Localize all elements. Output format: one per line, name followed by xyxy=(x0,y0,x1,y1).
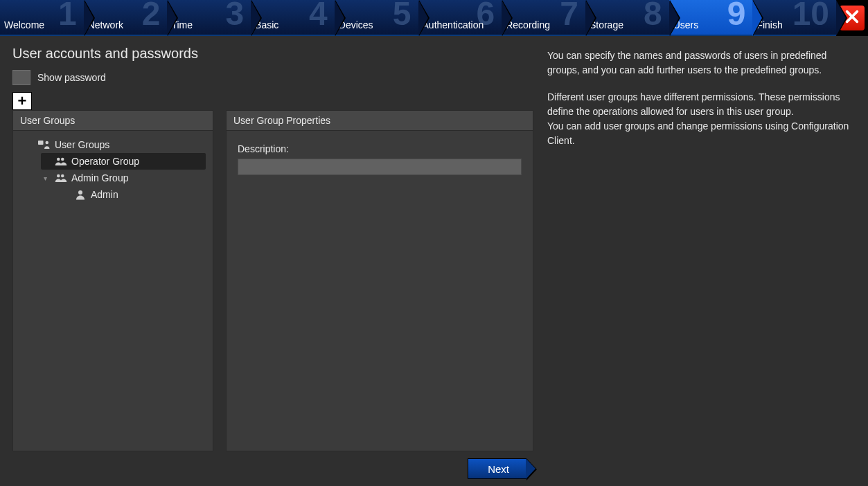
page-title: User accounts and passwords xyxy=(12,46,533,62)
step-storage[interactable]: 8 Storage xyxy=(585,0,669,35)
help-paragraph-2: Different user groups have different per… xyxy=(547,90,853,148)
step-users[interactable]: 9 Users xyxy=(669,0,753,35)
next-button-row: Next xyxy=(12,458,533,479)
step-devices[interactable]: 5 Devices xyxy=(335,0,418,35)
users-root-icon xyxy=(38,139,51,150)
step-authentication[interactable]: 6 Authentication xyxy=(418,0,502,35)
step-number: 8 xyxy=(644,0,662,32)
add-user-button[interactable]: + xyxy=(12,92,32,110)
tree-label: Admin xyxy=(91,189,118,200)
svg-point-2 xyxy=(57,158,60,161)
step-number: 2 xyxy=(142,0,161,32)
tree-label: User Groups xyxy=(55,139,109,150)
svg-point-3 xyxy=(61,158,64,161)
svg-rect-0 xyxy=(38,141,44,145)
show-password-label: Show password xyxy=(37,72,106,83)
step-number: 10 xyxy=(792,0,829,32)
tree-operator-group[interactable]: Operator Group xyxy=(41,153,206,170)
svg-point-4 xyxy=(57,174,60,178)
user-groups-tree: User Groups Operator Group ▾ xyxy=(13,131,213,451)
user-groups-panel-title: User Groups xyxy=(13,111,213,131)
step-network[interactable]: 2 Network xyxy=(84,0,168,35)
group-icon xyxy=(55,156,67,167)
help-pane: You can specify the names and passwords … xyxy=(540,36,868,486)
show-password-checkbox[interactable] xyxy=(12,70,30,85)
body: User accounts and passwords Show passwor… xyxy=(0,36,868,486)
plus-icon: + xyxy=(18,92,27,110)
description-label: Description: xyxy=(238,143,526,154)
step-number: 1 xyxy=(58,0,77,32)
svg-point-6 xyxy=(78,190,82,195)
step-number: 7 xyxy=(560,0,578,32)
svg-point-5 xyxy=(61,174,64,178)
next-button[interactable]: Next xyxy=(468,458,526,479)
step-number: 5 xyxy=(393,0,411,32)
user-icon xyxy=(74,189,87,200)
step-welcome[interactable]: 1 Welcome xyxy=(0,0,84,35)
description-input[interactable] xyxy=(238,159,522,175)
tree-admin-group[interactable]: ▾ Admin Group xyxy=(41,170,206,186)
left-column: User accounts and passwords Show passwor… xyxy=(0,36,540,486)
panels: User Groups User Groups xyxy=(12,110,533,451)
step-label: Welcome xyxy=(4,19,44,30)
group-icon xyxy=(55,172,67,183)
show-password-row: Show password xyxy=(12,70,533,85)
properties-panel-title: User Group Properties xyxy=(227,111,533,131)
step-number: 3 xyxy=(225,0,244,32)
tree-admin-user[interactable]: Admin xyxy=(60,186,206,203)
step-recording[interactable]: 7 Recording xyxy=(502,0,585,35)
step-basic[interactable]: 4 Basic xyxy=(251,0,335,35)
step-number: 9 xyxy=(727,0,746,32)
wizard-step-bar: 1 Welcome 2 Network 3 Time 4 Basic 5 Dev… xyxy=(0,0,868,36)
tree-label: Operator Group xyxy=(71,156,139,167)
step-label: Authentication xyxy=(423,19,484,30)
chevron-down-icon: ▾ xyxy=(44,174,51,182)
step-time[interactable]: 3 Time xyxy=(167,0,251,35)
help-paragraph-1: You can specify the names and passwords … xyxy=(547,48,853,78)
user-groups-panel: User Groups User Groups xyxy=(12,110,213,451)
properties-panel-body: Description: xyxy=(227,131,533,451)
step-number: 4 xyxy=(309,0,328,32)
svg-point-1 xyxy=(46,141,49,145)
tree-root-user-groups[interactable]: User Groups xyxy=(24,136,206,153)
user-group-properties-panel: User Group Properties Description: xyxy=(226,110,533,451)
step-finish[interactable]: 10 Finish xyxy=(752,0,836,35)
tree-label: Admin Group xyxy=(71,172,128,183)
next-button-label: Next xyxy=(488,463,509,475)
